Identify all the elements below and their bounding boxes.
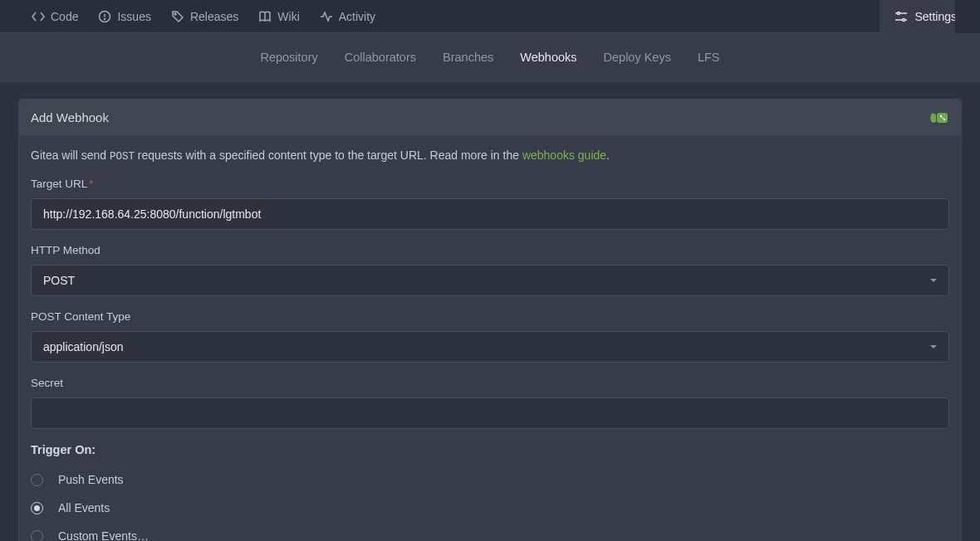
- panel-title: Add Webhook: [31, 110, 109, 124]
- intro-suffix: .: [606, 149, 610, 162]
- subnav-lfs[interactable]: LFS: [698, 51, 720, 64]
- chevron-down-icon: [930, 279, 937, 282]
- subnav-collaborators[interactable]: Collaborators: [345, 51, 416, 64]
- secret-input[interactable]: [31, 397, 949, 429]
- http-method-select-wrap: POST: [31, 265, 949, 296]
- radio-push-events[interactable]: Push Events: [31, 473, 949, 486]
- secret-field: Secret: [31, 377, 949, 429]
- intro-text: Gitea will send POST requests with a spe…: [31, 149, 949, 163]
- webhooks-guide-link[interactable]: webhooks guide: [522, 149, 606, 162]
- content-type-select-wrap: application/json: [31, 331, 949, 363]
- top-nav-left: Code Issues Releases Wiki Activity: [17, 10, 871, 23]
- intro-mid: requests with a specified content type t…: [135, 149, 522, 162]
- nav-settings-label: Settings: [914, 10, 957, 23]
- panel-body: Gitea will send POST requests with a spe…: [19, 135, 961, 541]
- http-method-value: POST: [43, 274, 75, 287]
- nav-releases[interactable]: Releases: [171, 10, 238, 23]
- chevron-down-icon: [930, 345, 937, 348]
- code-icon: [32, 10, 45, 23]
- http-method-label: HTTP Method: [31, 244, 949, 256]
- nav-wiki-label: Wiki: [277, 10, 299, 23]
- nav-code-label: Code: [51, 10, 78, 23]
- nav-activity-label: Activity: [339, 10, 375, 23]
- radio-icon: [31, 530, 43, 542]
- secret-label: Secret: [31, 377, 949, 389]
- target-url-field: Target URL*: [31, 178, 949, 230]
- nav-issues[interactable]: Issues: [98, 10, 150, 23]
- target-url-label: Target URL*: [31, 178, 949, 190]
- gitea-icon: [929, 111, 949, 124]
- radio-all-label: All Events: [58, 501, 110, 514]
- nav-wiki[interactable]: Wiki: [258, 10, 299, 23]
- intro-code: POST: [110, 151, 135, 163]
- intro-prefix: Gitea will send: [31, 149, 110, 162]
- required-mark: *: [89, 178, 93, 190]
- svg-point-7: [903, 18, 905, 21]
- subnav-webhooks[interactable]: Webhooks: [520, 51, 576, 64]
- content-type-select[interactable]: application/json: [31, 331, 949, 363]
- nav-issues-label: Issues: [117, 10, 150, 23]
- panel-header: Add Webhook: [19, 100, 961, 135]
- issue-icon: [98, 10, 111, 23]
- nav-right-edge: [955, 0, 980, 33]
- pulse-icon: [320, 10, 333, 23]
- svg-point-3: [174, 13, 176, 15]
- settings-icon: [894, 10, 908, 23]
- repo-top-nav: Code Issues Releases Wiki Activity: [0, 0, 980, 33]
- content-type-label: POST Content Type: [31, 310, 949, 323]
- content-type-field: POST Content Type application/json: [31, 310, 949, 363]
- tag-icon: [171, 10, 184, 23]
- settings-sub-nav: Repository Collaborators Branches Webhoo…: [0, 33, 980, 82]
- trigger-heading: Trigger On:: [31, 443, 949, 456]
- trigger-radio-group: Push Events All Events Custom Events…: [31, 473, 949, 541]
- book-icon: [258, 10, 272, 23]
- radio-custom-label: Custom Events…: [58, 529, 149, 541]
- radio-custom-events[interactable]: Custom Events…: [31, 529, 949, 541]
- nav-releases-label: Releases: [190, 10, 238, 23]
- content: Add Webhook Gitea will send POST request…: [0, 82, 980, 541]
- radio-all-events[interactable]: All Events: [31, 501, 949, 514]
- radio-icon: [31, 474, 43, 486]
- nav-activity[interactable]: Activity: [320, 10, 375, 23]
- content-type-value: application/json: [43, 340, 124, 353]
- svg-point-2: [105, 18, 105, 19]
- http-method-select[interactable]: POST: [31, 265, 949, 296]
- subnav-deploy-keys[interactable]: Deploy Keys: [604, 51, 671, 64]
- subnav-branches[interactable]: Branches: [443, 51, 493, 64]
- subnav-repository[interactable]: Repository: [260, 51, 317, 64]
- http-method-field: HTTP Method POST: [31, 244, 949, 296]
- nav-code[interactable]: Code: [32, 10, 78, 23]
- svg-point-4: [898, 12, 900, 14]
- webhook-panel: Add Webhook Gitea will send POST request…: [18, 99, 962, 541]
- target-url-input[interactable]: [31, 198, 949, 230]
- radio-push-label: Push Events: [58, 473, 124, 486]
- radio-icon: [31, 502, 43, 514]
